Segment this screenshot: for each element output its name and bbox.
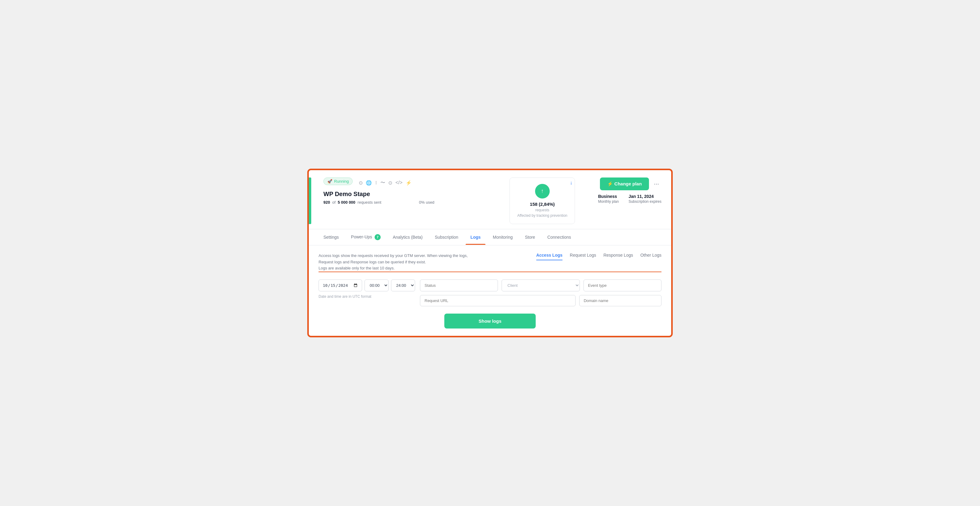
wave-icon[interactable]: 〜 <box>380 180 385 186</box>
plan-expires: Subscription expires <box>628 199 662 204</box>
status-input[interactable] <box>420 280 498 291</box>
tab-power-ups[interactable]: Power-Ups 7 <box>346 229 385 245</box>
main-container: 🚀 Running ⊙ 🌐 ⫶ 〜 ⊙ </> ⚡ WP Demo Stape <box>307 169 673 337</box>
plan-buttons: ⚡ Change plan ··· <box>600 178 662 190</box>
toolbar-icons: ⊙ 🌐 ⫶ 〜 ⊙ </> ⚡ <box>359 180 411 186</box>
arrow-circle: ↑ <box>535 184 550 199</box>
tab-monitoring-label: Monitoring <box>493 235 512 240</box>
tab-settings-label: Settings <box>323 235 339 240</box>
logs-desc-line1: Access logs show the requests received b… <box>318 253 468 259</box>
tab-subscription[interactable]: Subscription <box>430 230 463 245</box>
tab-logs[interactable]: Logs <box>466 230 485 245</box>
bars-icon[interactable]: ⫶ <box>375 180 377 185</box>
time-start-select[interactable]: 00:00 01:00 06:00 12:00 <box>364 280 388 291</box>
date-inputs: 00:00 01:00 06:00 12:00 24:00 12:00 18:0… <box>318 280 415 291</box>
filter-row-1: Client <box>420 280 662 291</box>
log-tab-other-label: Other Logs <box>640 253 662 258</box>
tab-logs-label: Logs <box>471 235 480 240</box>
time-end-select[interactable]: 24:00 12:00 18:00 <box>391 280 415 291</box>
filter-row-2 <box>420 295 662 306</box>
site-info: 🚀 Running ⊙ 🌐 ⫶ 〜 ⊙ </> ⚡ WP Demo Stape <box>323 178 502 205</box>
show-logs-wrap: Show logs <box>318 313 662 328</box>
log-tab-other[interactable]: Other Logs <box>640 253 662 260</box>
tracking-prevention-label: Affected by tracking prevention <box>517 213 567 218</box>
requests-used: 920 <box>323 200 330 205</box>
logs-header: Access logs show the requests received b… <box>318 253 662 272</box>
up-arrow-icon: ↑ <box>541 188 544 194</box>
status-badge: 🚀 Running <box>323 178 353 185</box>
change-plan-button[interactable]: ⚡ Change plan <box>600 178 649 190</box>
tracking-card: i ↑ 158 (2,84%) requests Affected by tra… <box>509 178 575 224</box>
status-bar <box>309 178 311 224</box>
plan-section: ⚡ Change plan ··· Business Monthly plan … <box>582 178 662 204</box>
date-group: 00:00 01:00 06:00 12:00 24:00 12:00 18:0… <box>318 280 415 299</box>
lightning-icon[interactable]: ⚡ <box>406 180 412 186</box>
plan-name-group: Business Monthly plan <box>598 194 619 204</box>
show-logs-button[interactable]: Show logs <box>444 313 536 328</box>
event-type-input[interactable] <box>584 280 662 291</box>
date-picker[interactable] <box>318 280 362 291</box>
logs-desc-line3: Logs are available only for the last 10 … <box>318 265 468 272</box>
tab-store[interactable]: Store <box>520 230 540 245</box>
log-tab-request[interactable]: Request Logs <box>570 253 596 260</box>
log-tab-access[interactable]: Access Logs <box>536 253 563 260</box>
page-content: 🚀 Running ⊙ 🌐 ⫶ 〜 ⊙ </> ⚡ WP Demo Stape <box>309 170 671 336</box>
request-url-input[interactable] <box>420 295 576 306</box>
power-ups-badge: 7 <box>375 234 381 240</box>
log-tabs: Access Logs Request Logs Response Logs O… <box>536 253 662 260</box>
requests-label: requests sent <box>358 200 381 205</box>
more-options-button[interactable]: ··· <box>651 179 662 188</box>
dot-icon[interactable]: ⊙ <box>359 180 363 186</box>
status-label: Running <box>334 179 349 184</box>
info-icon[interactable]: i <box>571 181 572 186</box>
tab-subscription-label: Subscription <box>435 235 458 240</box>
tab-connections[interactable]: Connections <box>542 230 576 245</box>
tab-power-ups-label: Power-Ups <box>351 234 372 239</box>
utc-label: Date and time are in UTC format <box>318 294 415 299</box>
requests-info: 920 of 5 000 000 requests sent 0% used <box>323 200 502 205</box>
plan-date: Jan 11, 2024 <box>628 194 662 199</box>
code-icon[interactable]: </> <box>395 180 402 185</box>
globe-icon[interactable]: 🌐 <box>366 180 372 186</box>
plan-name: Business <box>598 194 619 199</box>
nav-tabs: Settings Power-Ups 7 Analytics (Beta) Su… <box>309 229 671 245</box>
domain-name-input[interactable] <box>579 295 662 306</box>
log-tab-response-label: Response Logs <box>603 253 633 258</box>
filters-row: 00:00 01:00 06:00 12:00 24:00 12:00 18:0… <box>318 280 662 306</box>
log-tab-access-label: Access Logs <box>536 253 563 258</box>
log-tab-request-label: Request Logs <box>570 253 596 258</box>
requests-total: 5 000 000 <box>338 200 355 205</box>
top-section: 🚀 Running ⊙ 🌐 ⫶ 〜 ⊙ </> ⚡ WP Demo Stape <box>309 170 671 229</box>
plan-date-group: Jan 11, 2024 Subscription expires <box>628 194 662 204</box>
tab-connections-label: Connections <box>547 235 571 240</box>
logs-desc-line2: Request logs and Response logs can be qu… <box>318 259 468 266</box>
client-select[interactable]: Client <box>501 280 579 291</box>
log-tab-response[interactable]: Response Logs <box>603 253 633 260</box>
usage-pct: 0% used <box>419 200 434 205</box>
tab-analytics[interactable]: Analytics (Beta) <box>388 230 428 245</box>
logs-section: Access logs show the requests received b… <box>309 245 671 336</box>
filter-inputs: Client <box>420 280 662 306</box>
header-row: 🚀 Running ⊙ 🌐 ⫶ 〜 ⊙ </> ⚡ <box>323 178 502 188</box>
log-tabs-divider <box>318 272 662 272</box>
user-icon[interactable]: ⊙ <box>388 180 392 186</box>
site-title: WP Demo Stape <box>323 191 502 197</box>
plan-name-sub: Monthly plan <box>598 199 619 204</box>
tab-analytics-label: Analytics (Beta) <box>393 235 423 240</box>
tab-store-label: Store <box>525 235 535 240</box>
tracking-requests: 158 (2,84%) <box>517 202 567 207</box>
logs-description: Access logs show the requests received b… <box>318 253 468 272</box>
plan-details: Business Monthly plan Jan 11, 2024 Subsc… <box>598 194 662 204</box>
rocket-icon: 🚀 <box>328 179 332 184</box>
tab-settings[interactable]: Settings <box>318 230 344 245</box>
tracking-requests-sub: requests <box>517 208 567 212</box>
tab-monitoring[interactable]: Monitoring <box>488 230 517 245</box>
